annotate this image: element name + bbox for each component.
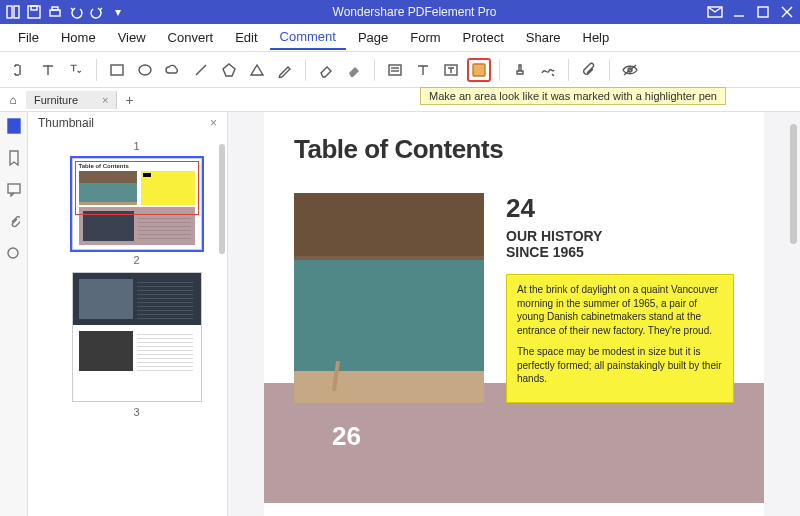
redo-icon[interactable]	[88, 3, 106, 21]
content-image	[294, 193, 484, 403]
page-view[interactable]: Table of Contents 24 OUR HISTORYSINCE 19…	[228, 112, 800, 516]
thumbnail-rail-icon[interactable]	[4, 116, 24, 136]
menu-file[interactable]: File	[8, 26, 49, 49]
titlebar: ▾ Wondershare PDFelement Pro	[0, 0, 800, 24]
entry-number: 26	[332, 421, 361, 503]
separator	[374, 59, 375, 81]
pdf-page: Table of Contents 24 OUR HISTORYSINCE 19…	[264, 112, 764, 516]
page-heading: Table of Contents	[294, 134, 734, 165]
svg-rect-5	[52, 7, 58, 10]
search-rail-icon[interactable]	[4, 244, 24, 264]
thumbnail-page-2[interactable]: Table of Contents	[72, 158, 202, 250]
menu-edit[interactable]: Edit	[225, 26, 267, 49]
thumb-scrollbar[interactable]	[219, 144, 225, 254]
maximize-icon[interactable]	[754, 3, 772, 21]
pencil-icon[interactable]	[273, 58, 297, 82]
menubar: File Home View Convert Edit Comment Page…	[0, 24, 800, 52]
stamp-icon[interactable]	[508, 58, 532, 82]
svg-rect-15	[389, 65, 401, 75]
menu-protect[interactable]: Protect	[453, 26, 514, 49]
undo-icon[interactable]	[67, 3, 85, 21]
signature-icon[interactable]	[536, 58, 560, 82]
minimize-icon[interactable]	[730, 3, 748, 21]
separator	[609, 59, 610, 81]
area-highlight-icon[interactable]	[467, 58, 491, 82]
panel-close-icon[interactable]: ×	[210, 116, 217, 130]
separator	[305, 59, 306, 81]
svg-rect-19	[473, 64, 485, 76]
menu-form[interactable]: Form	[400, 26, 450, 49]
text-box-icon[interactable]	[439, 58, 463, 82]
thumb-label: 2	[56, 254, 217, 266]
svg-rect-4	[50, 10, 60, 16]
svg-rect-11	[111, 65, 123, 75]
attachment-rail-icon[interactable]	[4, 212, 24, 232]
menu-convert[interactable]: Convert	[158, 26, 224, 49]
menu-home[interactable]: Home	[51, 26, 106, 49]
text-select-icon[interactable]	[8, 58, 32, 82]
quick-access-dropdown-icon[interactable]: ▾	[113, 5, 123, 19]
eraser-icon[interactable]	[314, 58, 338, 82]
cloud-icon[interactable]	[161, 58, 185, 82]
connected-lines-icon[interactable]	[245, 58, 269, 82]
svg-rect-1	[14, 6, 19, 18]
line-icon[interactable]	[189, 58, 213, 82]
svg-rect-0	[7, 6, 12, 18]
separator	[499, 59, 500, 81]
thumb-label: 1	[56, 140, 217, 152]
tooltip: Make an area look like it was marked wit…	[420, 87, 726, 105]
rectangle-icon[interactable]	[105, 58, 129, 82]
svg-point-12	[139, 65, 151, 75]
highlighted-area[interactable]: At the brink of daylight on a quaint Van…	[506, 274, 734, 403]
eraser-alt-icon[interactable]	[342, 58, 366, 82]
print-icon[interactable]	[46, 3, 64, 21]
separator	[96, 59, 97, 81]
thumb-label: 3	[56, 406, 217, 418]
comment-rail-icon[interactable]	[4, 180, 24, 200]
save-icon[interactable]	[25, 3, 43, 21]
thumbnail-panel: Thumbnail × 1 Table of Contents 2 3	[28, 112, 228, 516]
oval-icon[interactable]	[133, 58, 157, 82]
document-tab-label: Furniture	[34, 94, 78, 106]
new-tab-icon[interactable]: +	[117, 92, 141, 108]
svg-line-13	[196, 65, 206, 75]
text-dropdown-icon[interactable]	[64, 58, 88, 82]
document-tab[interactable]: Furniture ×	[26, 91, 117, 109]
thumbnail-page-3[interactable]	[72, 272, 202, 402]
attachment-icon[interactable]	[577, 58, 601, 82]
menu-comment[interactable]: Comment	[270, 25, 346, 50]
app-logo-icon	[4, 3, 22, 21]
polygon-icon[interactable]	[217, 58, 241, 82]
text-icon[interactable]	[36, 58, 60, 82]
svg-marker-14	[223, 64, 235, 76]
tab-close-icon[interactable]: ×	[102, 94, 108, 106]
note-icon[interactable]	[383, 58, 407, 82]
menu-share[interactable]: Share	[516, 26, 571, 49]
entry-number: 24	[506, 193, 734, 224]
mail-icon[interactable]	[706, 3, 724, 21]
separator	[568, 59, 569, 81]
svg-rect-8	[758, 7, 768, 17]
hide-comments-icon[interactable]	[618, 58, 642, 82]
menu-help[interactable]: Help	[573, 26, 620, 49]
entry-title: OUR HISTORYSINCE 1965	[506, 228, 734, 260]
svg-rect-3	[31, 6, 37, 10]
close-icon[interactable]	[778, 3, 796, 21]
svg-rect-22	[8, 119, 20, 133]
home-tab-icon[interactable]: ⌂	[0, 93, 26, 107]
app-title: Wondershare PDFelement Pro	[123, 5, 706, 19]
comment-toolbar: Make an area look like it was marked wit…	[0, 52, 800, 88]
panel-title: Thumbnail	[38, 116, 94, 130]
menu-page[interactable]: Page	[348, 26, 398, 49]
svg-rect-2	[28, 6, 40, 18]
svg-point-24	[8, 248, 18, 258]
page-scrollbar[interactable]	[790, 124, 797, 244]
typewriter-icon[interactable]	[411, 58, 435, 82]
bookmark-rail-icon[interactable]	[4, 148, 24, 168]
svg-rect-23	[8, 184, 20, 193]
left-rail	[0, 112, 28, 516]
menu-view[interactable]: View	[108, 26, 156, 49]
